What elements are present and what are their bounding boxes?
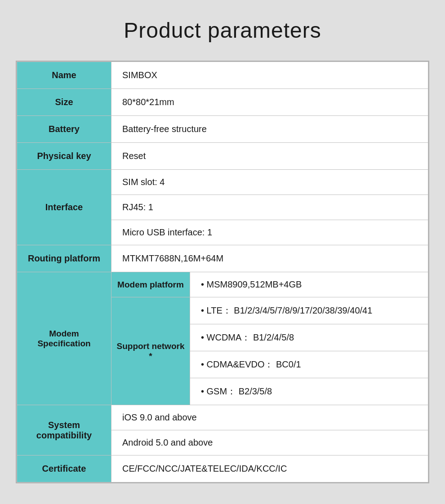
value-routing: MTKMT7688N,16M+64M <box>111 245 428 272</box>
label-name: Name <box>17 62 111 89</box>
table-row-routing: Routing platform MTKMT7688N,16M+64M <box>17 245 428 272</box>
value-modem-platform: • MSM8909,512MB+4GB <box>190 272 428 297</box>
label-support-network: Support network * <box>111 297 190 405</box>
label-interface: Interface <box>17 170 111 245</box>
table-row-modem-platform: Modem Specification Modem platform • MSM… <box>17 272 428 297</box>
value-certificate: CE/FCC/NCC/JATE&TELEC/IDA/KCC/IC <box>111 455 428 482</box>
table-row-size: Size 80*80*21mm <box>17 89 428 116</box>
value-system-ios: iOS 9.0 and above <box>111 405 428 430</box>
table-row-certificate: Certificate CE/FCC/NCC/JATE&TELEC/IDA/KC… <box>17 455 428 482</box>
value-interface-2: RJ45: 1 <box>111 195 428 220</box>
value-physical-key: Reset <box>111 143 428 170</box>
label-battery: Battery <box>17 116 111 143</box>
value-battery: Battery-free structure <box>111 116 428 143</box>
label-modem-platform: Modem platform <box>111 272 190 297</box>
value-name: SIMBOX <box>111 62 428 89</box>
value-support-net-lte: • LTE： B1/2/3/4/5/7/8/9/17/20/38/39/40/4… <box>190 297 428 324</box>
label-routing: Routing platform <box>17 245 111 272</box>
value-size: 80*80*21mm <box>111 89 428 116</box>
page-title: Product parameters <box>124 18 321 43</box>
value-system-android: Android 5.0 and above <box>111 430 428 455</box>
table-row-system-1: System compatibility iOS 9.0 and above <box>17 405 428 430</box>
value-support-net-wcdma: • WCDMA： B1/2/4/5/8 <box>190 324 428 351</box>
table-row-name: Name SIMBOX <box>17 62 428 89</box>
product-table: Name SIMBOX Size 80*80*21mm Battery Batt… <box>16 61 429 483</box>
value-interface-1: SIM slot: 4 <box>111 170 428 195</box>
label-modem-spec: Modem Specification <box>17 272 111 405</box>
table-row-interface-1: Interface SIM slot: 4 <box>17 170 428 195</box>
label-certificate: Certificate <box>17 455 111 482</box>
value-interface-3: Micro USB interface: 1 <box>111 220 428 245</box>
table-row-physical-key: Physical key Reset <box>17 143 428 170</box>
table-row-battery: Battery Battery-free structure <box>17 116 428 143</box>
label-size: Size <box>17 89 111 116</box>
value-support-net-cdma: • CDMA&EVDO： BC0/1 <box>190 351 428 378</box>
value-support-net-gsm: • GSM： B2/3/5/8 <box>190 378 428 405</box>
label-physical-key: Physical key <box>17 143 111 170</box>
label-system: System compatibility <box>17 405 111 455</box>
